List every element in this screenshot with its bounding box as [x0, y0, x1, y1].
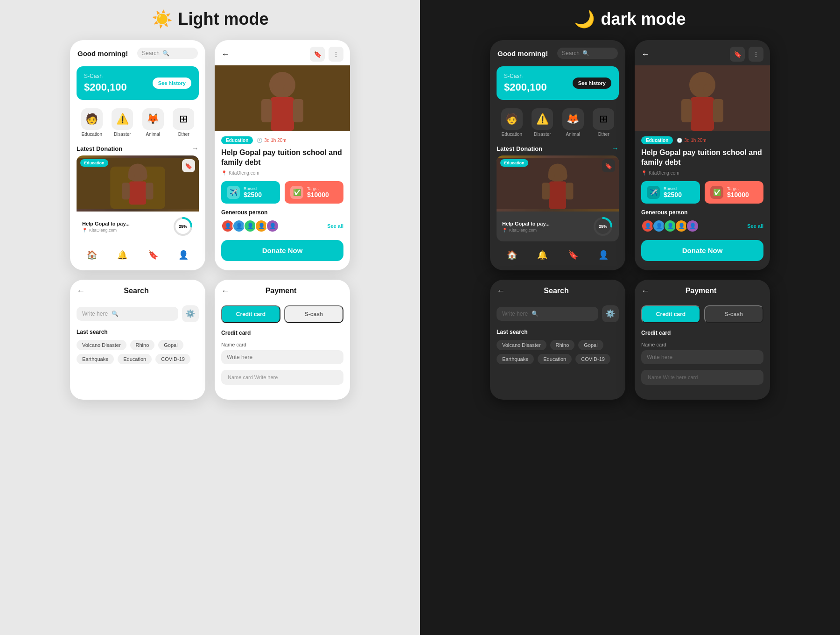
dark-detail-title: Help Gopal pay tuition school and family… — [641, 148, 763, 168]
light-payment-content: Credit card S-cash Credit card Name card… — [215, 300, 350, 390]
dark-search-icon: 🔍 — [532, 310, 539, 317]
light-latest-arrow[interactable]: → — [191, 144, 199, 153]
light-tag-earthquake[interactable]: Earthquake — [77, 354, 114, 364]
dark-nav-bell-icon[interactable]: 🔔 — [537, 250, 547, 260]
dark-name-card-input[interactable] — [641, 350, 763, 364]
dark-search-back[interactable]: ← — [497, 286, 505, 296]
dark-tag-covid[interactable]: COVID-19 — [575, 354, 610, 364]
dark-progress-circle: 25% — [593, 216, 613, 237]
dark-tag-volcano[interactable]: Volcano Disaster — [497, 340, 546, 350]
light-target-amount: $10000 — [307, 191, 329, 198]
dark-filter-button[interactable]: ⚙️ — [602, 305, 619, 322]
light-see-all-link[interactable]: See all — [327, 223, 343, 229]
light-donation-card[interactable]: Education 🔖 Help Gopal to pay... 📍 KitaO… — [77, 155, 199, 241]
light-donation-bookmark[interactable]: 🔖 — [182, 159, 195, 172]
light-tag-volcano[interactable]: Volcano Disaster — [77, 340, 126, 350]
light-cat-other-label: Other — [178, 132, 189, 137]
light-greeting: Good morning! — [77, 49, 133, 57]
light-donation-edu-badge: Education — [80, 159, 108, 167]
dark-tag-gopal[interactable]: Gopal — [578, 340, 603, 350]
light-donation-image: Education 🔖 — [77, 155, 199, 212]
light-search-content: Write here 🔍 ⚙️ Last search Volcano Disa… — [70, 300, 205, 370]
light-search-box[interactable]: Search 🔍 — [137, 48, 198, 59]
dark-search-screen: ← Search Write here 🔍 ⚙️ Last search Vol… — [490, 280, 625, 400]
dark-tag-education[interactable]: Education — [538, 354, 572, 364]
dark-nav-bookmark-icon[interactable]: 🔖 — [568, 250, 578, 260]
light-bookmark-action[interactable]: 🔖 — [310, 47, 325, 62]
light-name-card-input[interactable] — [221, 350, 343, 364]
dark-cat-disaster[interactable]: ⚠️ Disaster — [532, 108, 553, 137]
dark-search-input[interactable]: Write here 🔍 — [497, 307, 598, 321]
dark-avatar-5: 👤 — [686, 219, 699, 233]
dark-credit-card-tab[interactable]: Credit card — [641, 305, 700, 323]
dark-back-button[interactable]: ← — [641, 49, 650, 59]
light-nav-profile-icon[interactable]: 👤 — [178, 250, 189, 260]
light-back-button[interactable]: ← — [221, 49, 230, 59]
dark-donate-button[interactable]: Donate Now — [641, 240, 763, 261]
dark-latest-donation-title: Latest Donation — [497, 145, 542, 152]
dark-search-title: Search — [505, 287, 608, 295]
dark-scash-tab[interactable]: S-cash — [704, 305, 763, 323]
dark-bookmark-action[interactable]: 🔖 — [730, 47, 745, 62]
light-payment-back[interactable]: ← — [221, 286, 230, 296]
dark-edu-tag: Education — [641, 136, 673, 144]
light-cat-disaster[interactable]: ⚠️ Disaster — [112, 108, 133, 137]
light-search-title: Search — [85, 287, 188, 295]
light-search-input[interactable]: Write here 🔍 — [77, 307, 178, 321]
dark-nav-profile-icon[interactable]: 👤 — [598, 250, 609, 260]
dark-target-amount: $10000 — [727, 191, 749, 198]
dark-payment-back[interactable]: ← — [641, 286, 650, 296]
light-nav-home-icon[interactable]: 🏠 — [87, 250, 97, 260]
dark-search-box[interactable]: Search 🔍 — [557, 48, 618, 59]
dark-payment-header: ← Payment — [635, 280, 770, 300]
light-cat-other[interactable]: ⊞ Other — [173, 108, 194, 137]
light-search-back[interactable]: ← — [77, 286, 85, 296]
dark-detail-hero — [635, 65, 770, 131]
light-scash-amount: $200,100 — [84, 81, 127, 93]
dark-cat-animal[interactable]: 🦊 Animal — [562, 108, 584, 137]
light-more-action[interactable]: ⋮ — [329, 47, 343, 62]
light-scash-tab[interactable]: S-cash — [284, 305, 343, 323]
light-donate-button[interactable]: Donate Now — [221, 240, 343, 261]
light-credit-card-section: Credit card Name card Name card Write he… — [221, 330, 343, 385]
light-nav-bookmark-icon[interactable]: 🔖 — [148, 250, 158, 260]
light-tag-education[interactable]: Education — [118, 354, 152, 364]
dark-search-header: ← Search — [490, 280, 625, 300]
dark-nav-home-icon[interactable]: 🏠 — [507, 250, 517, 260]
light-detail-source: 📍 KitaOleng.com — [221, 170, 343, 176]
light-tag-gopal[interactable]: Gopal — [158, 340, 183, 350]
dark-see-all-link[interactable]: See all — [747, 223, 763, 229]
light-tag-rhino[interactable]: Rhino — [130, 340, 155, 350]
light-nav-bell-icon[interactable]: 🔔 — [117, 250, 127, 260]
dark-donation-card[interactable]: Education 🔖 Help Gopal to pay... 📍 KitaO… — [497, 155, 619, 241]
light-tag-covid[interactable]: COVID-19 — [155, 354, 190, 364]
dark-raised-label: Raised — [664, 186, 682, 191]
dark-generous-row: 👤 👤 👤 👤 👤 See all — [641, 219, 763, 233]
dark-latest-arrow[interactable]: → — [611, 144, 619, 153]
dark-more-action[interactable]: ⋮ — [749, 47, 763, 62]
dark-cat-other[interactable]: ⊞ Other — [593, 108, 614, 137]
dark-search-placeholder: Write here — [502, 310, 528, 317]
light-avatar-5: 👤 — [266, 219, 279, 233]
dark-tag-earthquake[interactable]: Earthquake — [497, 354, 534, 364]
light-cat-education[interactable]: 🧑 Education — [81, 108, 103, 137]
light-screens-bottom-row: ← Search Write here 🔍 ⚙️ Last search Vol… — [70, 280, 350, 400]
dark-donation-edu-badge: Education — [500, 159, 528, 167]
light-credit-card-tab[interactable]: Credit card — [221, 305, 280, 323]
dark-clock-icon: 🕐 — [677, 138, 682, 143]
light-scash-label: S-Cash — [84, 73, 127, 79]
light-name-card-display: Name card Write here — [221, 370, 343, 385]
light-see-history-button[interactable]: See history — [153, 78, 191, 89]
light-raised-label: Raised — [244, 186, 262, 191]
light-cat-animal[interactable]: 🦊 Animal — [142, 108, 164, 137]
light-credit-card-label: Credit card — [221, 330, 343, 336]
light-search-header: ← Search — [70, 280, 205, 300]
dark-name-card-sublabel: Name card — [641, 342, 763, 347]
light-target-card: ✅ Target $10000 — [285, 181, 343, 204]
dark-last-search-title: Last search — [497, 329, 619, 335]
dark-see-history-button[interactable]: See history — [573, 78, 611, 89]
dark-tag-rhino[interactable]: Rhino — [550, 340, 575, 350]
dark-donation-bookmark[interactable]: 🔖 — [602, 159, 615, 172]
light-filter-button[interactable]: ⚙️ — [182, 305, 199, 322]
dark-cat-education[interactable]: 🧑 Education — [501, 108, 523, 137]
